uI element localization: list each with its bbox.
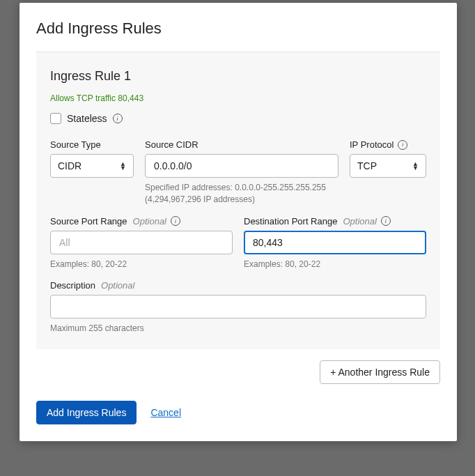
description-input[interactable] bbox=[50, 295, 426, 318]
source-port-input[interactable] bbox=[50, 231, 233, 254]
source-type-select[interactable]: CIDR ▲▼ bbox=[50, 154, 134, 178]
info-icon[interactable]: i bbox=[381, 216, 391, 226]
rule-heading: Ingress Rule 1 bbox=[50, 69, 426, 84]
modal-title: Add Ingress Rules bbox=[20, 3, 457, 52]
info-icon[interactable]: i bbox=[113, 114, 123, 123]
source-port-label: Source Port Range Optional i bbox=[50, 216, 233, 227]
dest-port-field[interactable] bbox=[251, 236, 419, 249]
ip-protocol-label: IP Protocol i bbox=[350, 139, 426, 150]
submit-button[interactable]: Add Ingress Rules bbox=[36, 401, 137, 424]
rule-allows-summary: Allows TCP traffic 80,443 bbox=[50, 93, 426, 103]
description-helper: Maximum 255 characters bbox=[50, 323, 426, 335]
source-cidr-input[interactable] bbox=[145, 154, 338, 178]
info-icon[interactable]: i bbox=[398, 140, 407, 150]
stateless-label: Stateless bbox=[67, 113, 107, 124]
ip-protocol-value: TCP bbox=[357, 160, 377, 171]
description-field[interactable] bbox=[58, 300, 419, 313]
ip-protocol-select[interactable]: TCP ▲▼ bbox=[350, 154, 426, 178]
source-cidr-helper: Specified IP addresses: 0.0.0.0-255.255.… bbox=[145, 182, 338, 206]
add-another-rule-button[interactable]: + Another Ingress Rule bbox=[320, 360, 440, 384]
ingress-rule-panel: Ingress Rule 1 Allows TCP traffic 80,443… bbox=[36, 52, 440, 349]
source-cidr-label: Source CIDR bbox=[145, 139, 338, 150]
source-cidr-field[interactable] bbox=[153, 160, 331, 172]
dest-port-helper: Examples: 80, 20-22 bbox=[244, 259, 426, 270]
cancel-link[interactable]: Cancel bbox=[150, 407, 181, 418]
source-port-field[interactable] bbox=[58, 236, 225, 249]
source-type-label: Source Type bbox=[50, 139, 134, 150]
info-icon[interactable]: i bbox=[171, 216, 180, 226]
dest-port-input[interactable] bbox=[244, 231, 426, 254]
stateless-checkbox[interactable] bbox=[50, 113, 61, 124]
chevron-updown-icon: ▲▼ bbox=[412, 162, 419, 170]
description-label: Description Optional bbox=[50, 280, 426, 291]
add-ingress-rules-modal: Add Ingress Rules Ingress Rule 1 Allows … bbox=[20, 3, 457, 441]
source-type-value: CIDR bbox=[58, 160, 81, 171]
source-port-helper: Examples: 80, 20-22 bbox=[50, 259, 233, 270]
dest-port-label: Destination Port Range Optional i bbox=[244, 216, 426, 227]
chevron-updown-icon: ▲▼ bbox=[120, 162, 126, 170]
